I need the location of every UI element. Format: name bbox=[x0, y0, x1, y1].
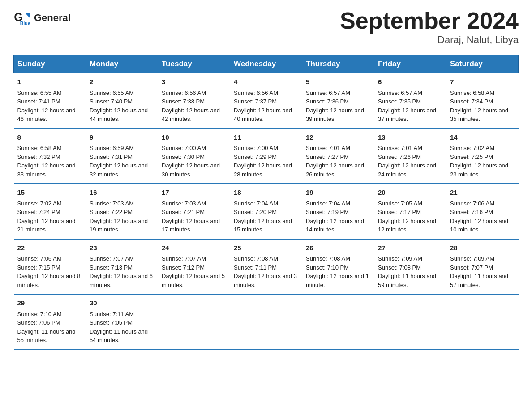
day-info: Sunrise: 7:09 AMSunset: 7:08 PMDaylight:… bbox=[378, 254, 442, 289]
col-wednesday: Wednesday bbox=[230, 55, 302, 73]
calendar-table: Sunday Monday Tuesday Wednesday Thursday… bbox=[13, 55, 519, 350]
month-year-title: September 2024 bbox=[340, 9, 519, 32]
calendar-header: Sunday Monday Tuesday Wednesday Thursday… bbox=[14, 55, 519, 73]
calendar-day-cell: 3Sunrise: 6:56 AMSunset: 7:38 PMDaylight… bbox=[158, 73, 230, 128]
day-info: Sunrise: 7:10 AMSunset: 7:06 PMDaylight:… bbox=[17, 310, 82, 345]
calendar-day-cell: 23Sunrise: 7:07 AMSunset: 7:13 PMDayligh… bbox=[86, 239, 158, 295]
day-number: 5 bbox=[306, 77, 370, 87]
col-sunday: Sunday bbox=[14, 55, 86, 73]
location-subtitle: Daraj, Nalut, Libya bbox=[340, 34, 519, 46]
calendar-day-cell: 28Sunrise: 7:09 AMSunset: 7:07 PMDayligh… bbox=[446, 239, 519, 295]
col-monday: Monday bbox=[86, 55, 158, 73]
calendar-week-row: 15Sunrise: 7:02 AMSunset: 7:24 PMDayligh… bbox=[14, 184, 519, 239]
calendar-body: 1Sunrise: 6:55 AMSunset: 7:41 PMDaylight… bbox=[14, 73, 519, 350]
calendar-day-cell bbox=[302, 294, 374, 350]
day-info: Sunrise: 6:55 AMSunset: 7:40 PMDaylight:… bbox=[90, 89, 154, 124]
day-number: 22 bbox=[17, 243, 82, 253]
day-number: 25 bbox=[234, 243, 298, 253]
day-info: Sunrise: 7:03 AMSunset: 7:21 PMDaylight:… bbox=[162, 199, 226, 234]
day-number: 6 bbox=[378, 77, 442, 87]
day-number: 9 bbox=[90, 133, 154, 143]
day-number: 8 bbox=[17, 133, 82, 143]
day-info: Sunrise: 6:55 AMSunset: 7:41 PMDaylight:… bbox=[17, 89, 82, 124]
calendar-day-cell: 4Sunrise: 6:56 AMSunset: 7:37 PMDaylight… bbox=[230, 73, 302, 128]
day-info: Sunrise: 7:08 AMSunset: 7:11 PMDaylight:… bbox=[234, 254, 298, 289]
day-number: 15 bbox=[17, 188, 82, 198]
calendar-day-cell bbox=[374, 294, 446, 350]
calendar-day-cell: 24Sunrise: 7:07 AMSunset: 7:12 PMDayligh… bbox=[158, 239, 230, 295]
day-number: 24 bbox=[162, 243, 226, 253]
day-info: Sunrise: 7:02 AMSunset: 7:25 PMDaylight:… bbox=[450, 144, 515, 179]
calendar-week-row: 1Sunrise: 6:55 AMSunset: 7:41 PMDaylight… bbox=[14, 73, 519, 128]
calendar-day-cell: 5Sunrise: 6:57 AMSunset: 7:36 PMDaylight… bbox=[302, 73, 374, 128]
day-info: Sunrise: 7:00 AMSunset: 7:30 PMDaylight:… bbox=[162, 144, 226, 179]
day-number: 12 bbox=[306, 133, 370, 143]
day-info: Sunrise: 6:57 AMSunset: 7:36 PMDaylight:… bbox=[306, 89, 370, 124]
calendar-day-cell: 18Sunrise: 7:04 AMSunset: 7:20 PMDayligh… bbox=[230, 184, 302, 239]
day-number: 28 bbox=[450, 243, 515, 253]
day-number: 27 bbox=[378, 243, 442, 253]
day-info: Sunrise: 7:04 AMSunset: 7:20 PMDaylight:… bbox=[234, 199, 298, 234]
svg-marker-1 bbox=[25, 13, 30, 18]
day-number: 23 bbox=[90, 243, 154, 253]
title-block: September 2024 Daraj, Nalut, Libya bbox=[340, 9, 519, 46]
day-info: Sunrise: 7:06 AMSunset: 7:15 PMDaylight:… bbox=[17, 254, 82, 289]
calendar-day-cell bbox=[230, 294, 302, 350]
calendar-day-cell: 26Sunrise: 7:08 AMSunset: 7:10 PMDayligh… bbox=[302, 239, 374, 295]
calendar-day-cell: 6Sunrise: 6:57 AMSunset: 7:35 PMDaylight… bbox=[374, 73, 446, 128]
logo: G Blue General bbox=[13, 9, 71, 27]
calendar-week-row: 8Sunrise: 6:58 AMSunset: 7:32 PMDaylight… bbox=[14, 128, 519, 184]
day-number: 30 bbox=[90, 298, 154, 308]
calendar-day-cell: 11Sunrise: 7:00 AMSunset: 7:29 PMDayligh… bbox=[230, 128, 302, 184]
day-number: 29 bbox=[17, 298, 82, 308]
day-number: 14 bbox=[450, 133, 515, 143]
day-info: Sunrise: 7:02 AMSunset: 7:24 PMDaylight:… bbox=[17, 199, 82, 234]
calendar-day-cell: 22Sunrise: 7:06 AMSunset: 7:15 PMDayligh… bbox=[14, 239, 86, 295]
day-info: Sunrise: 7:11 AMSunset: 7:05 PMDaylight:… bbox=[90, 310, 154, 345]
day-info: Sunrise: 6:56 AMSunset: 7:38 PMDaylight:… bbox=[162, 89, 226, 124]
day-info: Sunrise: 6:57 AMSunset: 7:35 PMDaylight:… bbox=[378, 89, 442, 124]
col-friday: Friday bbox=[374, 55, 446, 73]
day-number: 3 bbox=[162, 77, 226, 87]
day-number: 2 bbox=[90, 77, 154, 87]
calendar-day-cell: 19Sunrise: 7:04 AMSunset: 7:19 PMDayligh… bbox=[302, 184, 374, 239]
calendar-day-cell: 14Sunrise: 7:02 AMSunset: 7:25 PMDayligh… bbox=[446, 128, 519, 184]
day-info: Sunrise: 7:04 AMSunset: 7:19 PMDaylight:… bbox=[306, 199, 370, 234]
day-info: Sunrise: 6:56 AMSunset: 7:37 PMDaylight:… bbox=[234, 89, 298, 124]
day-number: 20 bbox=[378, 188, 442, 198]
header-row: Sunday Monday Tuesday Wednesday Thursday… bbox=[14, 55, 519, 73]
calendar-day-cell: 13Sunrise: 7:01 AMSunset: 7:26 PMDayligh… bbox=[374, 128, 446, 184]
day-info: Sunrise: 7:05 AMSunset: 7:17 PMDaylight:… bbox=[378, 199, 442, 234]
svg-text:Blue: Blue bbox=[20, 21, 30, 26]
calendar-day-cell: 27Sunrise: 7:09 AMSunset: 7:08 PMDayligh… bbox=[374, 239, 446, 295]
calendar-day-cell: 10Sunrise: 7:00 AMSunset: 7:30 PMDayligh… bbox=[158, 128, 230, 184]
day-info: Sunrise: 7:01 AMSunset: 7:26 PMDaylight:… bbox=[378, 144, 442, 179]
day-info: Sunrise: 7:08 AMSunset: 7:10 PMDaylight:… bbox=[306, 254, 370, 289]
calendar-day-cell: 16Sunrise: 7:03 AMSunset: 7:22 PMDayligh… bbox=[86, 184, 158, 239]
day-number: 26 bbox=[306, 243, 370, 253]
calendar-day-cell: 12Sunrise: 7:01 AMSunset: 7:27 PMDayligh… bbox=[302, 128, 374, 184]
col-thursday: Thursday bbox=[302, 55, 374, 73]
page-header: G Blue General September 2024 Daraj, Nal… bbox=[13, 9, 519, 46]
day-number: 7 bbox=[450, 77, 515, 87]
logo-icon: G Blue bbox=[13, 9, 31, 27]
day-info: Sunrise: 7:01 AMSunset: 7:27 PMDaylight:… bbox=[306, 144, 370, 179]
calendar-day-cell: 20Sunrise: 7:05 AMSunset: 7:17 PMDayligh… bbox=[374, 184, 446, 239]
col-tuesday: Tuesday bbox=[158, 55, 230, 73]
calendar-week-row: 22Sunrise: 7:06 AMSunset: 7:15 PMDayligh… bbox=[14, 239, 519, 295]
day-number: 21 bbox=[450, 188, 515, 198]
calendar-day-cell: 15Sunrise: 7:02 AMSunset: 7:24 PMDayligh… bbox=[14, 184, 86, 239]
day-info: Sunrise: 7:06 AMSunset: 7:16 PMDaylight:… bbox=[450, 199, 515, 234]
day-number: 10 bbox=[162, 133, 226, 143]
logo-text-general: General bbox=[34, 13, 71, 23]
day-number: 4 bbox=[234, 77, 298, 87]
day-number: 19 bbox=[306, 188, 370, 198]
day-number: 1 bbox=[17, 77, 82, 87]
day-info: Sunrise: 6:58 AMSunset: 7:32 PMDaylight:… bbox=[17, 144, 82, 179]
calendar-day-cell: 21Sunrise: 7:06 AMSunset: 7:16 PMDayligh… bbox=[446, 184, 519, 239]
col-saturday: Saturday bbox=[446, 55, 519, 73]
calendar-day-cell: 7Sunrise: 6:58 AMSunset: 7:34 PMDaylight… bbox=[446, 73, 519, 128]
day-info: Sunrise: 7:03 AMSunset: 7:22 PMDaylight:… bbox=[90, 199, 154, 234]
calendar-day-cell: 1Sunrise: 6:55 AMSunset: 7:41 PMDaylight… bbox=[14, 73, 86, 128]
day-number: 11 bbox=[234, 133, 298, 143]
